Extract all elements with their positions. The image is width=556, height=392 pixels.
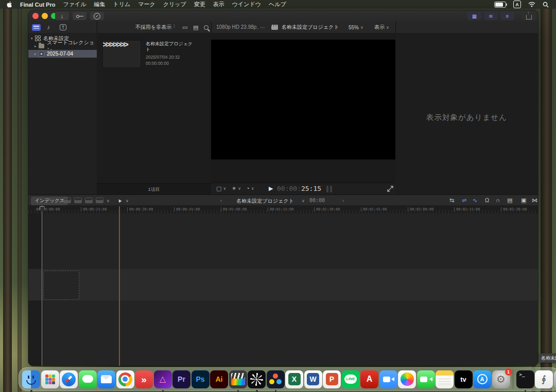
disclosure-open-icon[interactable]: ▾: [31, 37, 35, 41]
clip-drop-placeholder[interactable]: [43, 271, 79, 300]
menu-view[interactable]: 表示: [213, 1, 224, 8]
dock-item-illustrator[interactable]: Ai: [210, 370, 228, 388]
timeline-index-icon[interactable]: ▤: [507, 197, 512, 204]
dock-item-acrobat[interactable]: A: [360, 370, 378, 388]
dock-item-davinci-resolve[interactable]: [267, 370, 285, 388]
dock-item-app-store[interactable]: A: [473, 370, 491, 388]
connect-edit-icon[interactable]: [63, 198, 71, 203]
dock-item-powerpoint[interactable]: P: [323, 370, 341, 388]
fullscreen-icon[interactable]: [387, 186, 393, 192]
select-tool-icon[interactable]: ▲: [116, 197, 123, 204]
previous-project-button[interactable]: ‹: [220, 198, 222, 203]
audio-meter-bar[interactable]: [326, 186, 328, 192]
spotlight-search-icon[interactable]: [543, 2, 549, 8]
insert-edit-icon[interactable]: [74, 198, 82, 203]
browser-toggle-button[interactable]: ▦: [467, 12, 481, 20]
disclosure-closed-icon[interactable]: ▸: [34, 44, 39, 48]
dock-item-photoshop[interactable]: Ps: [192, 370, 210, 388]
sidebar-titles-tab[interactable]: T: [60, 23, 66, 31]
snapping-icon[interactable]: ∩: [496, 197, 500, 203]
list-view-button[interactable]: ▤: [193, 23, 198, 31]
sidebar-item-event[interactable]: ▸ ★ 2025-07-04: [28, 50, 97, 58]
viewer-more-button[interactable]: ⋯: [260, 23, 265, 31]
project-list-item[interactable]: 名称未設定プロジェクト 2025/07/04 20:32 00:00:00:00: [146, 41, 193, 66]
overwrite-edit-icon[interactable]: [96, 198, 103, 203]
timeline-ruler[interactable]: 00:00:00:00 00:00:15:00 00:00:30:00 00:0…: [28, 205, 538, 214]
dock-item-launchpad[interactable]: [41, 370, 59, 388]
close-button[interactable]: [32, 13, 39, 19]
audio-meter-bar[interactable]: [330, 186, 332, 192]
menu-help[interactable]: ヘルプ: [269, 1, 286, 8]
play-button[interactable]: ▶: [269, 185, 273, 192]
filmstrip-view-button[interactable]: ▭: [182, 23, 187, 31]
menu-trim[interactable]: トリム: [113, 1, 130, 8]
sidebar-item-smart-collection[interactable]: ▸ スマートコレクション: [28, 42, 97, 50]
menu-window[interactable]: ウインドウ: [232, 1, 261, 8]
filter-popup[interactable]: 不採用を非表示 ˆˇ: [135, 23, 175, 31]
dock-item-pinwheel-app[interactable]: [248, 370, 266, 388]
dock-item-photos[interactable]: [398, 370, 416, 388]
minimize-button[interactable]: [42, 13, 48, 19]
dock-item-affinity-photo[interactable]: △: [154, 370, 172, 388]
dock-item-apple-tv[interactable]: tv: [455, 370, 473, 388]
apple-logo-icon[interactable]: [6, 1, 12, 8]
dock-item-facetime[interactable]: [417, 370, 435, 388]
append-edit-icon[interactable]: [85, 198, 93, 203]
battery-icon[interactable]: [494, 2, 506, 8]
index-button[interactable]: インデックス: [31, 197, 68, 205]
skimming-icon[interactable]: ⇌: [462, 197, 466, 204]
title-bar[interactable]: ↓ ✓ ▦ ≋ ≡: [28, 10, 538, 22]
background-tasks-button[interactable]: ✓: [90, 12, 104, 20]
dock-item-premiere-pro[interactable]: Pr: [172, 370, 190, 388]
primary-storyline-lane[interactable]: [28, 269, 538, 300]
dock-item-safari[interactable]: [60, 370, 78, 388]
dock-item-terminal[interactable]: >_: [516, 370, 534, 388]
dock-item-mail[interactable]: [97, 370, 115, 388]
wifi-icon[interactable]: [528, 2, 535, 7]
trim-icon[interactable]: ⇆: [449, 197, 454, 204]
dock-item-excel[interactable]: X: [285, 370, 303, 388]
disclosure-closed-icon[interactable]: ▸: [34, 52, 39, 56]
retime-popup[interactable]: ◔∨: [246, 185, 254, 191]
dock-item-chrome[interactable]: [116, 370, 134, 388]
dock-item-messages[interactable]: [79, 370, 97, 388]
menu-file[interactable]: ファイル: [63, 1, 86, 8]
menu-edit[interactable]: 編集: [94, 1, 105, 8]
playhead-line[interactable]: [42, 205, 42, 366]
dock-item-notes[interactable]: [436, 370, 454, 388]
viewer-view-popup[interactable]: 表示∨: [374, 23, 389, 31]
audio-skimming-icon[interactable]: ∿: [473, 197, 477, 204]
sidebar-library-tab[interactable]: [32, 23, 41, 31]
dock-item-red-chevrons-app[interactable]: »: [135, 370, 153, 388]
keyword-editor-button[interactable]: [73, 12, 86, 20]
menu-clip[interactable]: クリップ: [163, 1, 186, 8]
dock-item-system-settings[interactable]: ⚙1: [492, 370, 510, 388]
skimmer-line[interactable]: [119, 206, 120, 366]
timeline-body[interactable]: [28, 213, 538, 366]
import-media-button[interactable]: ↓: [55, 12, 69, 20]
effects-browser-icon[interactable]: ⋈: [532, 197, 537, 204]
next-project-button[interactable]: ›: [342, 198, 344, 203]
solo-icon[interactable]: Ω: [485, 197, 489, 203]
menu-modify[interactable]: 変更: [194, 1, 205, 8]
clip-appearance-icon[interactable]: ▣: [521, 197, 526, 204]
dock-item-line[interactable]: LINE: [342, 370, 360, 388]
dock-item-zoom[interactable]: [379, 370, 397, 388]
chevron-down-icon[interactable]: ∨: [302, 199, 305, 203]
dock-item-finder[interactable]: [22, 370, 40, 388]
dock-item-partial-app[interactable]: [554, 370, 556, 388]
menu-mark[interactable]: マーク: [138, 1, 155, 8]
sidebar-photos-audio-tab[interactable]: ♪: [47, 23, 50, 31]
dock-item-diagnostics-app[interactable]: ∮: [535, 370, 553, 388]
menu-app-name[interactable]: Final Cut Pro: [20, 2, 55, 8]
share-button[interactable]: [522, 12, 536, 20]
project-thumbnail[interactable]: >>>>>>>: [102, 40, 141, 68]
viewer-format-info[interactable]: 1080p HD 23.98p、: [216, 23, 262, 31]
timeline-project-popup[interactable]: 名称未設定プロジェクト: [232, 198, 299, 205]
dock-item-word[interactable]: W: [304, 370, 322, 388]
viewer-zoom-popup[interactable]: 55%∨: [349, 23, 363, 31]
browser-search-button[interactable]: [204, 23, 208, 31]
input-source-icon[interactable]: A: [513, 1, 521, 8]
chevron-down-icon[interactable]: ∨: [126, 199, 129, 203]
chevron-down-icon[interactable]: ∨: [107, 199, 110, 203]
